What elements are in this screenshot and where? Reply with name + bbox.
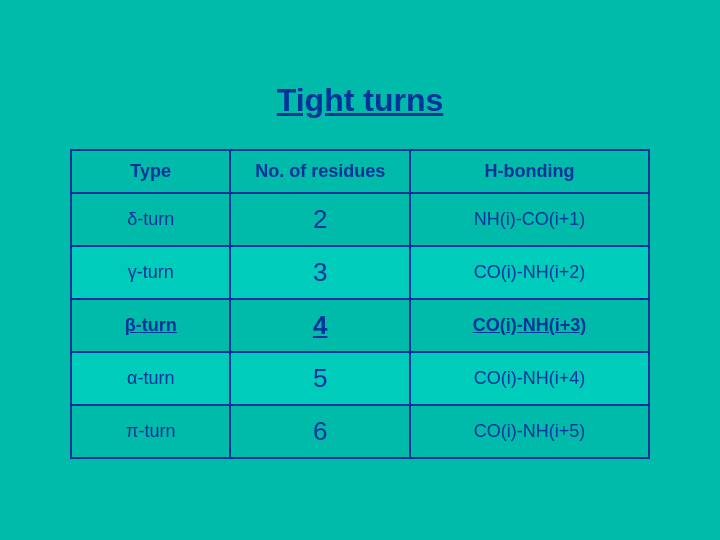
cell-type: β-turn	[71, 299, 230, 352]
cell-residues: 4	[230, 299, 410, 352]
table-header-row: Type No. of residues H-bonding	[71, 150, 649, 193]
cell-type: γ-turn	[71, 246, 230, 299]
cell-residues: 2	[230, 193, 410, 246]
header-type: Type	[71, 150, 230, 193]
cell-hbonding: CO(i)-NH(i+4)	[410, 352, 649, 405]
cell-hbonding: CO(i)-NH(i+2)	[410, 246, 649, 299]
cell-residues: 3	[230, 246, 410, 299]
cell-hbonding: CO(i)-NH(i+3)	[410, 299, 649, 352]
cell-residues: 5	[230, 352, 410, 405]
cell-type: π-turn	[71, 405, 230, 458]
table-row: β-turn4CO(i)-NH(i+3)	[71, 299, 649, 352]
cell-hbonding: CO(i)-NH(i+5)	[410, 405, 649, 458]
header-hbonding: H-bonding	[410, 150, 649, 193]
table-row: δ-turn2NH(i)-CO(i+1)	[71, 193, 649, 246]
cell-type: α-turn	[71, 352, 230, 405]
page-container: Tight turns Type No. of residues H-bondi…	[0, 62, 720, 479]
table-row: γ-turn3CO(i)-NH(i+2)	[71, 246, 649, 299]
table-row: α-turn5CO(i)-NH(i+4)	[71, 352, 649, 405]
main-table: Type No. of residues H-bonding δ-turn2NH…	[70, 149, 650, 459]
page-title: Tight turns	[277, 82, 444, 119]
cell-residues: 6	[230, 405, 410, 458]
header-residues: No. of residues	[230, 150, 410, 193]
cell-type: δ-turn	[71, 193, 230, 246]
table-row: π-turn6CO(i)-NH(i+5)	[71, 405, 649, 458]
cell-hbonding: NH(i)-CO(i+1)	[410, 193, 649, 246]
